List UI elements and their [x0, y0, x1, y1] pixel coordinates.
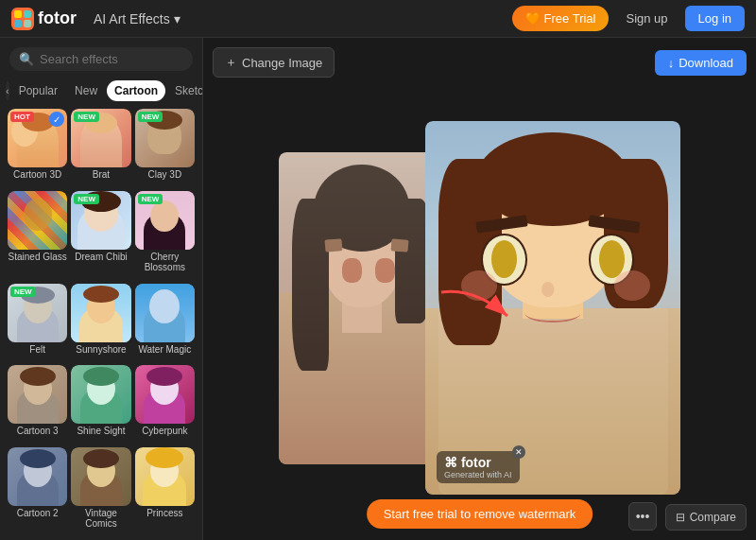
watermark-logo: ⌘ fotor [444, 455, 512, 470]
image-comparison: ✕ ⌘ fotor Generated with AI [213, 85, 747, 531]
logo-text: fotor [38, 9, 77, 28]
effect-label-vintagecomics: Vintage Comics [71, 508, 130, 529]
change-image-button[interactable]: ＋ Change Image [213, 47, 335, 78]
close-watermark-button[interactable]: ✕ [512, 445, 525, 459]
tab-sketch[interactable]: Sketch [167, 80, 202, 101]
heart-icon: 🧡 [525, 11, 541, 26]
effect-label-sunnyshore: Sunnyshore [71, 344, 130, 355]
tab-cartoon[interactable]: Cartoon [107, 80, 165, 101]
start-trial-button[interactable]: Start free trial to remove watermark [367, 499, 593, 529]
effect-shinesight[interactable]: Shine Sight [71, 365, 130, 444]
svg-rect-4 [24, 20, 31, 27]
effect-sunnyshore[interactable]: Sunnyshore [71, 284, 130, 362]
canvas-toolbar: ＋ Change Image ↓ Download [213, 47, 747, 78]
badge-new-felt: NEW [10, 287, 36, 297]
effect-label-cherryblossoms: Cherry Blossoms [135, 252, 195, 272]
download-button[interactable]: ↓ Download [655, 50, 747, 76]
svg-rect-2 [24, 10, 31, 18]
sign-up-button[interactable]: Sign up [618, 6, 675, 31]
effect-label-shinesight: Shine Sight [71, 426, 130, 436]
effect-vintagecomics[interactable]: Vintage Comics [71, 447, 130, 536]
nav-title-text: AI Art Effects [94, 11, 170, 26]
nav-chevron-icon: ▾ [174, 11, 180, 26]
effect-label-cartoon3d: Cartoon 3D [8, 169, 67, 180]
effect-stainedglass[interactable]: Stained Glass [8, 191, 67, 280]
change-image-label: Change Image [242, 56, 322, 70]
search-input[interactable] [40, 52, 198, 66]
badge-hot: HOT [10, 112, 34, 122]
svg-rect-3 [14, 20, 22, 27]
watermark: ✕ ⌘ fotor Generated with AI [437, 451, 520, 483]
compare-label: Compare [690, 511, 736, 524]
effect-watermagic[interactable]: Water Magic [135, 284, 195, 362]
effect-cartoon3d[interactable]: HOT ✓ Cartoon 3D [8, 109, 67, 187]
badge-new: NEW [74, 112, 99, 122]
watermark-subtitle: Generated with AI [444, 470, 512, 479]
effect-label-watermagic: Water Magic [135, 344, 195, 355]
effect-cartoon3[interactable]: Cartoon 3 [8, 365, 67, 444]
plus-icon: ＋ [225, 54, 237, 71]
effect-cartoon2[interactable]: Cartoon 2 [8, 447, 67, 536]
effect-brat[interactable]: NEW Brat [71, 109, 130, 187]
category-tabs: ‹ Popular New Cartoon Sketch Av › [0, 77, 202, 105]
download-icon: ↓ [668, 56, 675, 70]
free-trial-label: Free Trial [544, 11, 596, 26]
effect-cyberpunk[interactable]: Cyberpunk [135, 365, 195, 444]
badge-new-dreamchibi: NEW [74, 194, 99, 204]
main-content: 🔍 ‹ Popular New Cartoon Sketch Av › [0, 38, 756, 540]
effect-label-cartoon3: Cartoon 3 [8, 426, 67, 436]
download-label: Download [679, 56, 733, 70]
search-box: 🔍 [0, 38, 202, 77]
app-header: fotor AI Art Effects ▾ 🧡 Free Trial Sign… [0, 0, 756, 38]
effect-label-cyberpunk: Cyberpunk [135, 426, 195, 436]
effect-cherryblossoms[interactable]: NEW Cherry Blossoms [135, 191, 195, 280]
ai-art-effects-nav[interactable]: AI Art Effects ▾ [86, 8, 188, 30]
effect-label-princess: Princess [135, 508, 195, 518]
effect-label-felt: Felt [8, 344, 67, 355]
badge-new-clay: NEW [138, 112, 163, 122]
app-logo: fotor [11, 8, 77, 30]
effect-label-stainedglass: Stained Glass [8, 252, 67, 262]
canvas-area: ＋ Change Image ↓ Download [203, 38, 756, 540]
badge-new-cherry: NEW [138, 194, 163, 204]
tab-prev-button[interactable]: ‹ [6, 81, 9, 100]
effect-princess[interactable]: Princess [135, 447, 195, 536]
effect-label-cartoon2: Cartoon 2 [8, 508, 67, 518]
sidebar: 🔍 ‹ Popular New Cartoon Sketch Av › [0, 38, 203, 540]
log-in-button[interactable]: Log in [685, 6, 745, 31]
more-options-button[interactable]: ••• [628, 502, 657, 531]
effect-label-dreamchibi: Dream Chibi [71, 252, 130, 262]
svg-rect-1 [14, 10, 22, 18]
tab-new[interactable]: New [67, 80, 105, 101]
effects-grid: HOT ✓ Cartoon 3D NEW Brat NEW [0, 105, 202, 540]
effect-label-clay3d: Clay 3D [135, 169, 195, 180]
search-icon: 🔍 [19, 52, 34, 66]
more-icon: ••• [636, 509, 650, 524]
compare-button[interactable]: ⊟ Compare [665, 504, 747, 531]
tab-popular[interactable]: Popular [11, 80, 65, 101]
effect-clay3d[interactable]: NEW Clay 3D [135, 109, 195, 187]
start-trial-label: Start free trial to remove watermark [384, 507, 576, 521]
search-input-wrap[interactable]: 🔍 [9, 47, 193, 71]
effect-dreamchibi[interactable]: NEW Dream Chibi [71, 191, 130, 280]
before-image [279, 152, 444, 464]
effect-label-brat: Brat [71, 169, 130, 180]
effect-felt[interactable]: NEW Felt [8, 284, 67, 362]
after-image: ✕ ⌘ fotor Generated with AI [425, 121, 680, 495]
compare-icon: ⊟ [676, 511, 685, 524]
free-trial-button[interactable]: 🧡 Free Trial [512, 6, 610, 31]
